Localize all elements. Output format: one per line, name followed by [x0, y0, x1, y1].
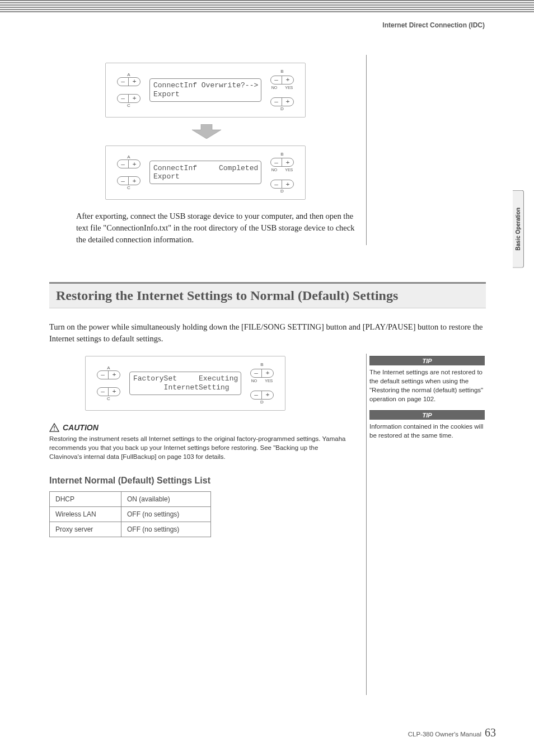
- column-divider: [366, 55, 367, 245]
- button-d: –+: [250, 391, 274, 400]
- label-yes: YES: [285, 86, 293, 90]
- defaults-table: DHCPON (available) Wireless LANOFF (no s…: [49, 491, 211, 537]
- export-paragraph: After exporting, connect the USB storage…: [76, 210, 362, 246]
- warning-icon: [49, 423, 59, 432]
- button-c: –+: [117, 94, 140, 103]
- label-yes: YES: [265, 379, 273, 383]
- label-no: NO: [251, 379, 257, 383]
- label-no: NO: [271, 86, 278, 90]
- button-b: –+: [270, 158, 294, 167]
- button-a: –+: [117, 77, 140, 86]
- btn-label-b: B: [260, 362, 263, 367]
- restore-paragraph: Turn on the power while simultaneously h…: [49, 321, 486, 345]
- lcd-display-1: ConnectInf Overwrite?--> Export: [149, 78, 261, 102]
- button-a: –+: [97, 370, 120, 379]
- caution-text: Restoring the instrument resets all Inte…: [49, 434, 346, 461]
- caution-heading: CAUTION: [49, 423, 346, 432]
- defaults-heading: Internet Normal (Default) Settings List: [49, 476, 364, 486]
- column-divider-2: [366, 354, 367, 695]
- btn-label-c: C: [127, 185, 130, 190]
- table-row: Proxy serverOFF (no settings): [50, 522, 211, 537]
- svg-point-3: [54, 430, 55, 431]
- tip-box-1: TIP The Internet settings are not restor…: [369, 356, 485, 403]
- running-header: Internet Direct Connection (IDC): [0, 12, 534, 29]
- tip-text-2: Information contained in the cookies wil…: [369, 422, 485, 440]
- tip-label: TIP: [369, 356, 485, 365]
- btn-label-a: A: [127, 72, 130, 77]
- page-footer: CLP-380 Owner's Manual63: [408, 726, 496, 739]
- btn-label-b: B: [280, 152, 283, 157]
- table-row: Wireless LANOFF (no settings): [50, 507, 211, 522]
- button-c: –+: [117, 176, 140, 185]
- page-top-rule: [0, 0, 534, 12]
- section-heading: Restoring the Internet Settings to Norma…: [49, 282, 486, 308]
- tip-label: TIP: [369, 410, 485, 420]
- button-a: –+: [117, 159, 140, 168]
- button-b: –+: [270, 76, 294, 84]
- svg-marker-0: [192, 124, 221, 139]
- tip-box-2: TIP Information contained in the cookies…: [369, 410, 485, 440]
- button-b: –+: [250, 369, 274, 378]
- button-d: –+: [270, 97, 294, 106]
- btn-label-a: A: [127, 154, 130, 159]
- lcd-group-2: A –+ –+ C ConnectInf Completed Export B …: [114, 152, 297, 194]
- down-arrow-icon: [190, 124, 223, 139]
- button-c: –+: [97, 387, 120, 396]
- side-tab-basic-operation: Basic Operation: [513, 190, 524, 268]
- lcd-display-3: FactorySet Executing InternetSetting: [129, 372, 241, 395]
- lcd-group-1: A –+ –+ C ConnectInf Overwrite?--> Expor…: [114, 69, 297, 111]
- btn-label-a: A: [107, 365, 110, 370]
- btn-label-d: D: [260, 400, 264, 405]
- button-d: –+: [270, 180, 294, 189]
- btn-label-c: C: [127, 103, 130, 108]
- btn-label-d: D: [280, 189, 284, 194]
- label-no: NO: [271, 168, 278, 172]
- btn-label-b: B: [280, 69, 283, 74]
- page-number: 63: [485, 726, 496, 739]
- btn-label-d: D: [280, 106, 284, 111]
- lcd-display-2: ConnectInf Completed Export: [149, 161, 261, 184]
- btn-label-c: C: [107, 396, 110, 401]
- label-yes: YES: [285, 168, 293, 172]
- tip-text-1: The Internet settings are not restored t…: [369, 368, 485, 403]
- table-row: DHCPON (available): [50, 492, 211, 507]
- lcd-group-3: A –+ –+ C FactorySet Executing InternetS…: [93, 362, 277, 405]
